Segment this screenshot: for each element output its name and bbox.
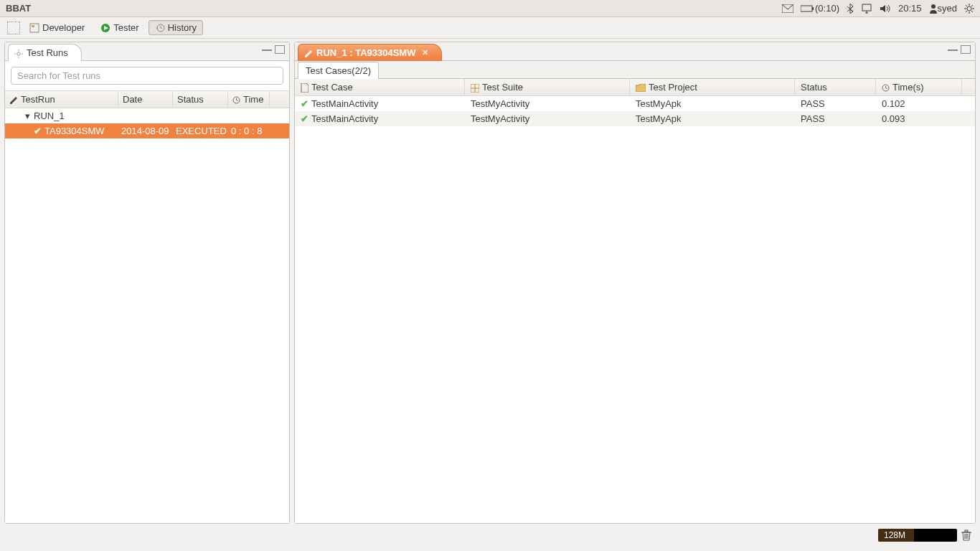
mail-icon[interactable]	[782, 4, 793, 13]
clock-icon	[882, 82, 890, 93]
workspace: Test Runs TestRun Date Status	[0, 39, 980, 527]
minimize-view-button[interactable]	[948, 45, 958, 51]
perspective-developer[interactable]: Developer	[23, 20, 91, 36]
subtab-testcases[interactable]: Test Cases(2/2)	[298, 62, 379, 79]
perspective-developer-label: Developer	[42, 22, 85, 33]
app-title: BBAT	[6, 3, 31, 14]
cell-time: 0.102	[876, 96, 962, 111]
svg-point-4	[931, 4, 936, 9]
col-time[interactable]: Time(s)	[876, 79, 962, 95]
subtab-label: Test Cases(2/2)	[306, 65, 371, 76]
table-row[interactable]: ✔TestMainActivityTestMyActivityTestMyApk…	[295, 96, 975, 111]
cell-case: TestMainActivity	[311, 98, 378, 109]
perspective-tester[interactable]: Tester	[94, 20, 145, 36]
svg-rect-14	[30, 24, 39, 32]
col-date[interactable]: Date	[118, 91, 173, 108]
col-testrun-label: TestRun	[21, 94, 55, 105]
gear-small-icon	[14, 47, 23, 58]
svg-point-5	[967, 6, 971, 11]
run-detail-tab[interactable]: RUN_1 : TA93304SMW ✕	[298, 44, 442, 61]
col-testsuite[interactable]: Test Suite	[465, 79, 630, 95]
col-time-label: Time	[243, 94, 263, 105]
bluetooth-icon[interactable]	[847, 4, 854, 14]
check-icon: ✔	[301, 113, 308, 124]
test-cases-pane: RUN_1 : TA93304SMW ✕ Test Cases(2/2) Tes…	[294, 42, 976, 524]
col-status[interactable]: Status	[795, 79, 876, 95]
cell-case: TestMainActivity	[311, 113, 378, 124]
tree-row-run1[interactable]: ▾RUN_1	[5, 108, 289, 123]
tree-table-header: TestRun Date Status Time	[5, 90, 289, 108]
heap-indicator[interactable]: 128M	[878, 529, 957, 542]
svg-point-18	[17, 52, 20, 55]
minimize-view-button[interactable]	[262, 45, 272, 51]
maximize-view-button[interactable]	[275, 45, 285, 54]
perspective-tester-label: Tester	[113, 22, 138, 33]
tree-root-label: RUN_1	[34, 110, 65, 121]
status-bar: 128M	[0, 527, 980, 544]
grid-icon	[471, 82, 479, 93]
left-pane-tabs: Test Runs	[5, 42, 289, 61]
play-icon	[100, 22, 110, 34]
user-indicator[interactable]: syed	[929, 3, 957, 14]
maximize-view-button[interactable]	[961, 45, 971, 54]
expand-toggle[interactable]: ▾	[25, 110, 32, 121]
network-icon[interactable]	[861, 4, 872, 14]
tree-row-child[interactable]: ✔TA93304SMW 2014-08-09 EXECUTED 0 : 0 : …	[5, 123, 289, 138]
cell-time: 0.093	[876, 111, 962, 126]
col-testcase-label: Test Case	[311, 82, 353, 93]
test-runs-tab[interactable]: Test Runs	[8, 44, 82, 61]
col-time[interactable]: Time	[228, 91, 270, 108]
test-runs-tab-label: Test Runs	[27, 47, 68, 58]
cell-project: TestMyApk	[630, 96, 795, 111]
tree-child-date: 2014-08-09	[118, 123, 173, 138]
pencil-icon	[9, 94, 18, 105]
battery-label: (0:10)	[815, 3, 839, 14]
folder-icon	[636, 82, 646, 93]
table-row[interactable]: ✔TestMainActivityTestMyActivityTestMyApk…	[295, 111, 975, 126]
svg-line-11	[971, 11, 973, 12]
system-tray: (0:10) 20:15 syed	[782, 3, 974, 14]
search-input[interactable]	[11, 67, 283, 85]
col-testproject[interactable]: Test Project	[630, 79, 795, 95]
cell-suite: TestMyActivity	[465, 96, 630, 111]
tc-table-header: Test Case Test Suite Test Project Status	[295, 79, 975, 96]
trash-icon[interactable]	[961, 529, 971, 541]
developer-icon	[29, 22, 39, 34]
run-detail-tab-label: RUN_1 : TA93304SMW	[316, 47, 415, 58]
col-testproject-label: Test Project	[649, 82, 697, 93]
col-testrun[interactable]: TestRun	[5, 91, 118, 108]
svg-rect-3	[862, 4, 871, 11]
volume-icon[interactable]	[880, 4, 891, 14]
svg-line-10	[966, 5, 967, 6]
cell-status: PASS	[795, 96, 876, 111]
tree-child-status: EXECUTED	[173, 123, 228, 138]
close-tab-button[interactable]: ✕	[422, 48, 428, 57]
col-testsuite-label: Test Suite	[482, 82, 523, 93]
perspective-history-label: History	[168, 22, 197, 33]
right-pane-tabs: RUN_1 : TA93304SMW ✕	[295, 42, 975, 61]
history-icon	[155, 22, 165, 34]
perspective-toolbar: Developer Tester History	[0, 17, 980, 39]
subtab-bar: Test Cases(2/2)	[295, 61, 975, 79]
cell-project: TestMyApk	[630, 111, 795, 126]
clock-icon	[232, 94, 240, 105]
check-icon: ✔	[34, 126, 42, 136]
svg-rect-15	[32, 25, 34, 27]
col-date-label: Date	[123, 94, 142, 105]
heap-label: 128M	[884, 530, 905, 540]
col-testcase[interactable]: Test Case	[295, 79, 465, 95]
battery-indicator[interactable]: (0:10)	[801, 3, 839, 14]
file-icon	[301, 82, 308, 93]
svg-rect-1	[801, 6, 812, 11]
open-perspective-button[interactable]	[7, 22, 20, 34]
perspective-history[interactable]: History	[149, 20, 203, 36]
svg-rect-2	[812, 7, 814, 10]
svg-line-13	[966, 11, 967, 12]
clock-label[interactable]: 20:15	[898, 3, 922, 14]
cell-suite: TestMyActivity	[465, 111, 630, 126]
svg-line-12	[971, 5, 973, 6]
user-label: syed	[938, 3, 957, 14]
check-icon: ✔	[301, 98, 308, 109]
col-status[interactable]: Status	[173, 91, 228, 108]
gear-icon[interactable]	[964, 4, 974, 14]
